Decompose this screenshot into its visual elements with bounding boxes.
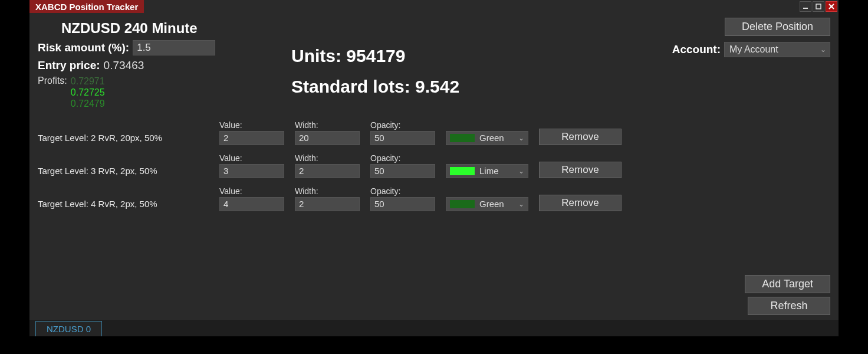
width-field: Width: [295,153,360,178]
lots-label: Standard lots: [291,77,410,96]
window-controls [800,0,839,13]
color-swatch-icon [450,167,475,175]
opacity-label: Opacity: [370,120,435,130]
units-line: Units: 954179 [291,46,653,66]
window-title: XABCD Position Tracker [29,0,144,13]
target-row: Target Level: 2 RvR, 20px, 50% Value: Wi… [38,120,830,145]
remove-target-button[interactable]: Remove [539,162,622,178]
entry-row: Entry price: 0.73463 [38,59,291,72]
account-select[interactable]: My Account ⌄ [724,42,830,57]
profit-value: 0.72971 [71,76,105,87]
profits-row: Profits: 0.72971 0.72725 0.72479 [38,76,291,110]
remove-target-button[interactable]: Remove [539,129,622,145]
bottom-actions: Add Target Refresh [745,275,830,315]
profit-value: 0.72725 [71,87,105,98]
color-name: Lime [479,166,499,176]
add-target-button[interactable]: Add Target [745,275,830,293]
opacity-label: Opacity: [370,153,435,163]
profit-value: 0.72479 [71,98,105,109]
width-label: Width: [295,120,360,130]
target-summary: Target Level: 4 RvR, 2px, 50% [38,199,209,211]
app-window: XABCD Position Tracker NZDUSD 240 Minute… [29,0,839,336]
top-row: NZDUSD 240 Minute Risk amount (%): Entry… [38,18,830,110]
left-column: NZDUSD 240 Minute Risk amount (%): Entry… [38,18,291,110]
risk-input[interactable] [133,40,215,55]
width-label: Width: [295,186,360,196]
titlebar: XABCD Position Tracker [29,0,839,13]
width-input[interactable] [295,131,360,145]
symbol-tab[interactable]: NZDUSD 0 [35,321,102,336]
account-row: Account: My Account ⌄ [672,42,830,57]
width-field: Width: [295,120,360,145]
center-column: Units: 954179 Standard lots: 9.542 [291,18,653,110]
color-swatch-icon [450,134,475,142]
risk-label: Risk amount (%): [38,41,129,54]
value-field: Value: [219,120,284,145]
risk-row: Risk amount (%): [38,40,291,55]
delete-position-button[interactable]: Delete Position [725,18,830,36]
target-summary: Target Level: 3 RvR, 2px, 50% [38,166,209,178]
right-column: Delete Position Account: My Account ⌄ [653,18,830,110]
color-swatch-icon [450,200,475,208]
lots-value: 9.542 [415,77,459,96]
value-input[interactable] [219,197,284,211]
width-input[interactable] [295,197,360,211]
units-value: 954179 [346,46,405,65]
minimize-button[interactable] [800,1,811,12]
opacity-field: Opacity: [370,186,435,211]
color-select[interactable]: Lime ⌄ [446,164,528,178]
profits-list: 0.72971 0.72725 0.72479 [71,76,105,110]
width-input[interactable] [295,164,360,178]
account-select-value: My Account [729,44,778,55]
entry-label: Entry price: [38,59,100,72]
refresh-button[interactable]: Refresh [748,297,830,315]
value-field: Value: [219,186,284,211]
entry-value: 0.73463 [104,59,144,72]
chevron-down-icon: ⌄ [518,134,524,142]
value-field: Value: [219,153,284,178]
value-label: Value: [219,186,284,196]
value-label: Value: [219,153,284,163]
color-select[interactable]: Green ⌄ [446,197,528,211]
tab-strip: NZDUSD 0 [29,320,839,336]
svg-rect-1 [816,4,821,9]
color-name: Green [479,199,504,209]
lots-line: Standard lots: 9.542 [291,77,653,97]
chevron-down-icon: ⌄ [518,167,524,175]
opacity-label: Opacity: [370,186,435,196]
profits-label: Profits: [38,76,67,110]
opacity-field: Opacity: [370,120,435,145]
opacity-input[interactable] [370,197,435,211]
titlebar-spacer [144,0,800,13]
width-field: Width: [295,186,360,211]
close-button[interactable] [826,1,837,12]
opacity-input[interactable] [370,131,435,145]
width-label: Width: [295,153,360,163]
value-label: Value: [219,120,284,130]
value-input[interactable] [219,164,284,178]
content-area: NZDUSD 240 Minute Risk amount (%): Entry… [29,13,839,320]
opacity-input[interactable] [370,164,435,178]
chevron-down-icon: ⌄ [820,45,826,54]
color-name: Green [479,133,504,143]
account-label: Account: [672,43,721,56]
target-summary: Target Level: 2 RvR, 20px, 50% [38,133,209,145]
maximize-button[interactable] [813,1,824,12]
chevron-down-icon: ⌄ [518,200,524,208]
targets-area: Target Level: 2 RvR, 20px, 50% Value: Wi… [38,120,830,211]
target-row: Target Level: 4 RvR, 2px, 50% Value: Wid… [38,186,830,211]
page-title: NZDUSD 240 Minute [61,20,291,37]
color-select[interactable]: Green ⌄ [446,131,528,145]
target-row: Target Level: 3 RvR, 2px, 50% Value: Wid… [38,153,830,178]
units-label: Units: [291,46,341,65]
opacity-field: Opacity: [370,153,435,178]
value-input[interactable] [219,131,284,145]
remove-target-button[interactable]: Remove [539,195,622,211]
